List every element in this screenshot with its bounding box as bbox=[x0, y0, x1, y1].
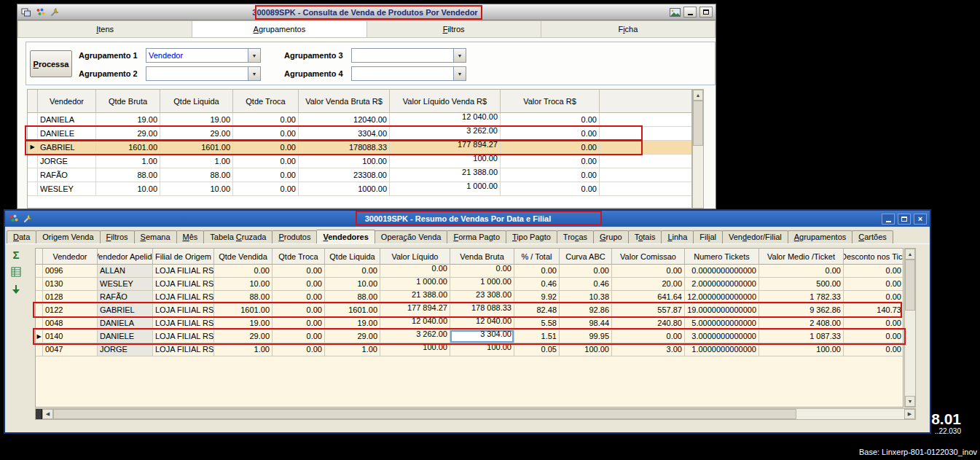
table-row[interactable]: ▶GABRIEL1601.001601.000.00178088.33177 8… bbox=[28, 141, 691, 155]
cell-total[interactable]: 5.58 bbox=[514, 317, 560, 330]
agrupamento-4-combo[interactable]: ▼ bbox=[351, 66, 466, 81]
cell-valor-liquido[interactable]: 0.00 bbox=[380, 265, 450, 278]
tab-grupo[interactable]: Grupo bbox=[593, 230, 629, 243]
tab-trocas[interactable]: Trocas bbox=[557, 230, 594, 243]
table-row[interactable]: DANIELA19.0019.000.0012040.0012 040.000.… bbox=[28, 113, 691, 127]
tab-linha[interactable]: Linha bbox=[661, 230, 694, 243]
chevron-down-icon[interactable]: ▼ bbox=[453, 67, 466, 80]
cell-total[interactable]: 0.46 bbox=[514, 278, 560, 291]
table-row[interactable]: 0047JORGELOJA FILIAL RS1.000.001.00100.0… bbox=[36, 343, 903, 356]
cell-curva-abc[interactable]: 98.44 bbox=[560, 317, 612, 330]
table-row[interactable]: 0096ALLANLOJA FILIAL RS0.000.000.000.000… bbox=[36, 265, 903, 278]
cell-vendedor[interactable]: DANIELE bbox=[38, 127, 96, 141]
cell-vendedor-apelido[interactable]: RAFÃO bbox=[98, 291, 153, 304]
cell-valor-venda-bruta-r[interactable]: 100.00 bbox=[299, 155, 390, 168]
table-row[interactable]: WESLEY10.0010.000.001000.001 000.000.00 bbox=[28, 182, 691, 196]
bottom-grid-horizontal-scrollbar[interactable]: ◀ ▶ bbox=[35, 408, 916, 420]
cell-valor-venda-bruta-r[interactable]: 23308.00 bbox=[299, 168, 390, 182]
cell-qtde-troca[interactable]: 0.00 bbox=[233, 155, 299, 168]
scrollbar-thumb[interactable] bbox=[53, 409, 796, 419]
cell-qtde-vendida[interactable]: 29.00 bbox=[214, 330, 273, 343]
column-header-qtde-troca[interactable]: Qtde Troca bbox=[273, 249, 325, 265]
cell-qtde-liquida[interactable]: 0.00 bbox=[325, 265, 380, 278]
table-row[interactable]: 0122GABRIELLOJA FILIAL RS1601.000.001601… bbox=[36, 304, 903, 317]
cell-total[interactable]: 0.00 bbox=[514, 265, 560, 278]
cell-qtde-troca[interactable]: 0.00 bbox=[273, 317, 325, 330]
cell-vendedor[interactable]: GABRIEL bbox=[38, 141, 96, 155]
cell-valor-troca-r[interactable]: 0.00 bbox=[501, 155, 600, 168]
cell-qtde-vendida[interactable]: 10.00 bbox=[214, 278, 273, 291]
tab-tipo-pagto[interactable]: Tipo Pagto bbox=[506, 230, 557, 243]
table-row[interactable]: JORGE1.001.000.00100.00100.000.00 bbox=[28, 155, 691, 168]
column-header-numero-tickets[interactable]: Numero Tickets bbox=[685, 249, 759, 265]
top-window-titlebar[interactable]: 300089SPK - Consulta de Venda de Produto… bbox=[17, 4, 716, 20]
cell-valor-liquido[interactable]: 3 262.00 bbox=[380, 330, 450, 343]
cell-vendedor[interactable]: 0048 bbox=[43, 317, 98, 330]
tab-origem-venda[interactable]: Origem Venda bbox=[36, 230, 100, 243]
cell-filial-de-origem[interactable]: LOJA FILIAL RS bbox=[153, 343, 214, 356]
scrollbar-track[interactable] bbox=[905, 311, 915, 396]
table-row[interactable]: 0130WESLEYLOJA FILIAL RS10.000.0010.001 … bbox=[36, 278, 903, 291]
cell-desconto-nos-tick[interactable]: 0.00 bbox=[844, 291, 903, 304]
top-grid-vertical-scrollbar[interactable]: ▲ bbox=[692, 89, 704, 208]
column-header-qtde-bruta[interactable]: Qtde Bruta bbox=[96, 90, 160, 113]
cell-valor-comissao[interactable]: 240.80 bbox=[612, 317, 685, 330]
cell-qtde-liquida[interactable]: 88.00 bbox=[160, 168, 233, 182]
cell-qtde-troca[interactable]: 0.00 bbox=[233, 113, 299, 127]
cell-qtde-troca[interactable]: 0.00 bbox=[273, 278, 325, 291]
cell-desconto-nos-tick[interactable]: 0.00 bbox=[844, 330, 903, 343]
cell-vendedor[interactable]: JORGE bbox=[38, 155, 96, 168]
chevron-down-icon[interactable]: ▼ bbox=[248, 67, 260, 80]
cell-vendedor-apelido[interactable]: ALLAN bbox=[98, 265, 153, 278]
cell-qtde-bruta[interactable]: 10.00 bbox=[96, 182, 160, 196]
column-header-valor-liquido-venda-r[interactable]: Valor Líquido Venda R$ bbox=[390, 90, 501, 113]
tab-agrupamentos[interactable]: Agrupamentos bbox=[788, 230, 853, 243]
cell-vendedor-apelido[interactable]: JORGE bbox=[98, 343, 153, 356]
cell-curva-abc[interactable]: 10.38 bbox=[560, 291, 612, 304]
cell-valor-venda-bruta-r[interactable]: 12040.00 bbox=[299, 113, 390, 127]
cell-valor-liquido[interactable]: 21 388.00 bbox=[380, 291, 450, 304]
minimize-button[interactable] bbox=[882, 214, 895, 225]
cell-qtde-troca[interactable]: 0.00 bbox=[273, 343, 325, 356]
cell-qtde-liquida[interactable]: 1.00 bbox=[160, 155, 233, 168]
cell-qtde-liquida[interactable]: 29.00 bbox=[160, 127, 233, 141]
cell-valor-comissao[interactable]: 3.00 bbox=[612, 343, 685, 356]
cell-qtde-bruta[interactable]: 29.00 bbox=[96, 127, 160, 141]
chevron-down-icon[interactable]: ▼ bbox=[453, 49, 466, 62]
tab-operacao-venda[interactable]: Operação Venda bbox=[375, 230, 448, 243]
cell-venda-bruta[interactable]: 178 088.33 bbox=[450, 304, 514, 317]
cell-numero-tickets[interactable]: 12.0000000000000 bbox=[685, 291, 759, 304]
cell-valor-liquido[interactable]: 100.00 bbox=[380, 343, 450, 356]
cell-qtde-troca[interactable]: 0.00 bbox=[233, 127, 299, 141]
cell-qtde-troca[interactable]: 0.00 bbox=[233, 182, 299, 196]
bottom-window-titlebar[interactable]: 300019SPK - Resumo de Vendas Por Data e … bbox=[5, 211, 930, 227]
tab-itens[interactable]: Itens bbox=[17, 20, 192, 37]
cell-curva-abc[interactable]: 0.00 bbox=[560, 265, 612, 278]
cell-total[interactable]: 1.51 bbox=[514, 330, 560, 343]
cell-vendedor[interactable]: 0096 bbox=[43, 265, 98, 278]
cell-qtde-troca[interactable]: 0.00 bbox=[273, 265, 325, 278]
tab-vendedor-filial[interactable]: Vendedor/Filial bbox=[722, 230, 788, 243]
table-row[interactable]: ▶0140DANIELELOJA FILIAL RS29.000.0029.00… bbox=[36, 330, 903, 343]
cell-valor-comissao[interactable]: 0.00 bbox=[612, 330, 685, 343]
maximize-button[interactable] bbox=[898, 214, 911, 225]
tab-filtros[interactable]: Filtros bbox=[366, 20, 541, 37]
tab-produtos[interactable]: Produtos bbox=[272, 230, 317, 243]
tab-tabela-cruzada[interactable]: Tabela Cruzada bbox=[203, 230, 273, 243]
cell-qtde-troca[interactable]: 0.00 bbox=[233, 168, 299, 182]
image-icon[interactable] bbox=[669, 7, 681, 17]
cell-numero-tickets[interactable]: 2.0000000000000 bbox=[685, 278, 759, 291]
sum-sigma-icon[interactable]: Σ bbox=[10, 249, 22, 260]
cell-valor-venda-bruta-r[interactable]: 178088.33 bbox=[299, 141, 390, 155]
column-header-valor-liquido[interactable]: Valor Líquido bbox=[380, 249, 450, 265]
tab-forma-pagto[interactable]: Forma Pagto bbox=[447, 230, 506, 243]
cell-qtde-liquida[interactable]: 19.00 bbox=[325, 317, 380, 330]
column-header-venda-bruta[interactable]: Venda Bruta bbox=[450, 249, 514, 265]
column-header-curva-abc[interactable]: Curva ABC bbox=[560, 249, 612, 265]
tab-filtros[interactable]: Filtros bbox=[100, 230, 135, 243]
cell-curva-abc[interactable]: 0.46 bbox=[560, 278, 612, 291]
scroll-down-icon[interactable]: ▼ bbox=[905, 396, 915, 407]
cell-filial-de-origem[interactable]: LOJA FILIAL RS bbox=[153, 304, 214, 317]
cell-valor-liquido-venda-r[interactable]: 177 894.27 bbox=[390, 141, 501, 155]
tab-mes[interactable]: Mês bbox=[176, 230, 205, 243]
